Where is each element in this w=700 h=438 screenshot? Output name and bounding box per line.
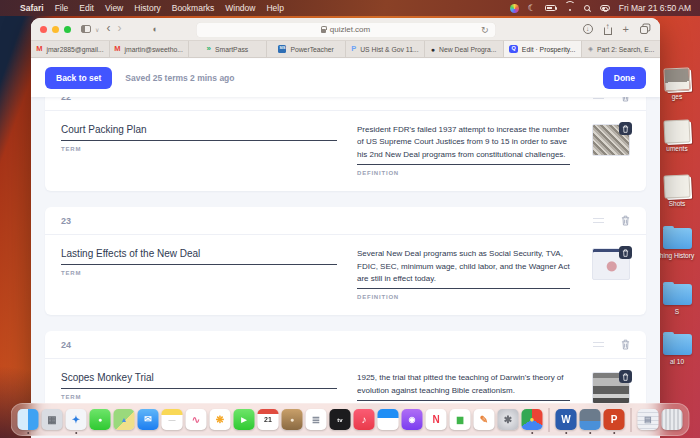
menu-file[interactable]: File [55,3,69,13]
dock-app-messages-icon[interactable]: ● [90,409,111,430]
privacy-report-icon[interactable]: ◐ [152,25,157,34]
delete-card-icon[interactable] [621,97,630,102]
dock-app-preview-window-icon[interactable] [580,409,601,430]
term-card-23: 23 Lasting Effects of the New Deal TERM [45,207,646,315]
desktop: Safari File Edit View History Bookmarks … [0,0,700,438]
screen-sharing-icon[interactable] [510,4,519,13]
delete-card-icon[interactable] [621,339,630,350]
tab-gmail-2[interactable]: Mjmartin@sweetho... [110,41,189,57]
address-bar[interactable]: quizlet.com ↻ [196,22,496,38]
menu-edit[interactable]: Edit [79,3,94,13]
tab-smartpass[interactable]: »SmartPass [189,41,268,57]
card-image-thumb[interactable] [592,248,630,280]
document-stack-icon [663,119,690,143]
tab-powerteacher[interactable]: SISPowerTeacher [267,41,346,57]
focus-moon-icon[interactable]: ☾ [528,4,536,13]
menu-app-name[interactable]: Safari [20,3,44,13]
tab-label: SmartPass [215,46,248,53]
definition-field[interactable]: Several New Deal programs such as Social… [357,248,570,289]
wifi-icon[interactable] [565,5,575,12]
term-field[interactable]: Court Packing Plan [61,124,337,141]
dock-app-calendar-icon[interactable]: 21 [258,409,279,430]
remove-image-icon[interactable] [619,370,632,383]
drag-handle-icon[interactable] [593,342,604,347]
dock-app-music-icon[interactable]: ♪ [354,409,375,430]
dock-app-tv-icon[interactable]: tv [330,409,351,430]
remove-image-icon[interactable] [619,122,632,135]
tab-new-deal[interactable]: ●New Deal Progra... [425,41,504,57]
dock-app-photos-icon[interactable]: ❋ [210,409,231,430]
dock-app-word-icon[interactable]: W [556,409,577,430]
dock-app-podcasts-icon[interactable]: ◉ [402,409,423,430]
tab-overview-icon[interactable] [640,26,648,34]
minimize-window-button[interactable] [52,26,59,33]
sidebar-chevron-icon[interactable]: ∨ [95,26,99,33]
drag-handle-icon[interactable] [593,97,604,99]
dock-app-pages-icon[interactable]: ✎ [474,409,495,430]
share-icon[interactable] [604,27,612,35]
menu-help[interactable]: Help [266,3,283,13]
dock-app-numbers-icon[interactable]: ▆ [450,409,471,430]
dark-circle-favicon: ● [431,46,435,53]
downloads-icon[interactable]: ↓ [583,24,593,34]
menu-window[interactable]: Window [225,3,255,13]
card-image-thumb[interactable] [592,372,630,404]
spotlight-search-icon[interactable] [584,5,590,11]
dock-app-system-settings-icon[interactable]: ✱ [498,409,519,430]
dock-app-finder-icon[interactable] [18,409,39,430]
sidebar-icon[interactable] [81,25,91,33]
desktop-icon-screen-shots[interactable]: Shots [656,175,698,208]
dock: ▦✦●▲✉—∿❋▶21●≣tv♪◉N▆✎✱●WP▤ [11,403,690,436]
battery-icon[interactable] [545,5,556,11]
dock-app-powerpoint-icon[interactable]: P [604,409,625,430]
dock-app-maps-icon[interactable]: ▲ [114,409,135,430]
new-tab-button[interactable]: + [623,24,629,35]
dock-app-downloads-stack-icon[interactable]: ▤ [638,409,659,430]
desktop-icon-folder-history[interactable]: hing History [656,226,698,260]
done-button[interactable]: Done [603,67,646,89]
dock-app-keynote-icon[interactable] [378,409,399,430]
dock-app-chrome-icon[interactable]: ● [522,409,543,430]
tab-quizlet-edit[interactable]: QEdit · Prosperity... [504,41,583,57]
zoom-window-button[interactable] [64,26,71,33]
control-center-icon[interactable] [600,5,610,12]
reload-icon[interactable]: ↻ [481,25,489,35]
menu-bookmarks[interactable]: Bookmarks [172,3,215,13]
tab-gmail-1[interactable]: Mjmar2885@gmail... [31,41,110,57]
dock-app-safari-icon[interactable]: ✦ [66,409,87,430]
term-field[interactable]: Scopes Monkey Trial [61,372,337,389]
menu-view[interactable]: View [105,3,123,13]
dock-app-notes-icon[interactable]: — [162,409,183,430]
dock-app-trash-icon[interactable] [662,409,683,430]
tab-part2-search[interactable]: ◈Part 2: Search, E... [582,41,660,57]
dock-app-facetime-icon[interactable]: ▶ [234,409,255,430]
browser-toolbar: ∨ ‹ › ◐ quizlet.com ↻ ↓ + [31,18,660,41]
tab-label: PowerTeacher [290,46,333,53]
definition-field[interactable]: President FDR's failed 1937 attempt to i… [357,124,570,165]
menu-history[interactable]: History [134,3,160,13]
dock-app-mail-icon[interactable]: ✉ [138,409,159,430]
dock-app-news-icon[interactable]: N [426,409,447,430]
folder-icon [663,334,692,355]
lock-icon [321,29,326,33]
menu-bar-clock[interactable]: Fri Mar 21 6:50 AM [619,3,691,13]
back-to-set-button[interactable]: Back to set [45,67,112,89]
dock-app-contacts-icon[interactable]: ● [282,409,303,430]
back-button[interactable]: ‹ [106,22,110,34]
close-window-button[interactable] [40,26,47,33]
desktop-icon-documents[interactable]: uments [656,120,698,153]
drag-handle-icon[interactable] [593,218,604,223]
definition-field[interactable]: 1925, the trial that pitted the teaching… [357,372,570,401]
term-field[interactable]: Lasting Effects of the New Deal [61,248,337,265]
card-image-thumb[interactable] [592,124,630,156]
delete-card-icon[interactable] [621,215,630,226]
desktop-icon-folder-s[interactable]: S [656,282,698,316]
desktop-icon-images[interactable]: ges [656,68,698,101]
dock-app-freeform-icon[interactable]: ∿ [186,409,207,430]
dock-app-launchpad-icon[interactable]: ▦ [42,409,63,430]
remove-image-icon[interactable] [619,246,632,259]
tab-us-hist[interactable]: PUS Hist & Gov 11... [346,41,425,57]
desktop-icon-folder-al10[interactable]: al 10 [656,332,698,366]
dock-app-reminders-icon[interactable]: ≣ [306,409,327,430]
forward-button[interactable]: › [117,22,121,34]
